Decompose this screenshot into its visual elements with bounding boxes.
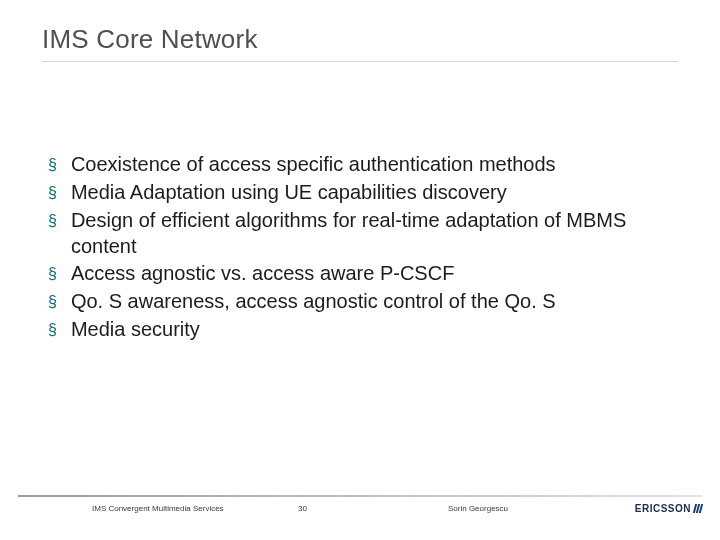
bullet-icon: § (48, 152, 57, 178)
page-number: 30 (298, 504, 448, 513)
list-item: § Coexistence of access specific authent… (48, 152, 678, 178)
slide: IMS Core Network § Coexistence of access… (0, 0, 720, 540)
list-item-text: Design of efficient algorithms for real-… (71, 208, 678, 259)
bullet-icon: § (48, 261, 57, 287)
list-item: § Media Adaptation using UE capabilities… (48, 180, 678, 206)
footer-author: Sorin Georgescu (448, 504, 588, 513)
list-item-text: Coexistence of access specific authentic… (71, 152, 678, 178)
list-item-text: Qo. S awareness, access agnostic control… (71, 289, 678, 315)
page-title: IMS Core Network (42, 24, 678, 55)
logo-bars-icon (693, 504, 703, 513)
list-item: § Access agnostic vs. access aware P-CSC… (48, 261, 678, 287)
bullet-icon: § (48, 317, 57, 343)
bullet-icon: § (48, 208, 57, 234)
list-item-text: Access agnostic vs. access aware P-CSCF (71, 261, 678, 287)
footer-divider (18, 495, 702, 497)
list-item: § Qo. S awareness, access agnostic contr… (48, 289, 678, 315)
list-item: § Design of efficient algorithms for rea… (48, 208, 678, 259)
list-item: § Media security (48, 317, 678, 343)
brand-logo: ERICSSON (635, 503, 702, 514)
footer: IMS Convergent Multimedia Services 30 So… (0, 495, 720, 514)
logo-text: ERICSSON (635, 503, 691, 514)
list-item-text: Media security (71, 317, 678, 343)
list-item-text: Media Adaptation using UE capabilities d… (71, 180, 678, 206)
title-divider (42, 61, 678, 62)
footer-row: IMS Convergent Multimedia Services 30 So… (0, 503, 720, 514)
footer-left: IMS Convergent Multimedia Services (18, 504, 298, 513)
bullet-list: § Coexistence of access specific authent… (42, 152, 678, 343)
bullet-icon: § (48, 180, 57, 206)
bullet-icon: § (48, 289, 57, 315)
